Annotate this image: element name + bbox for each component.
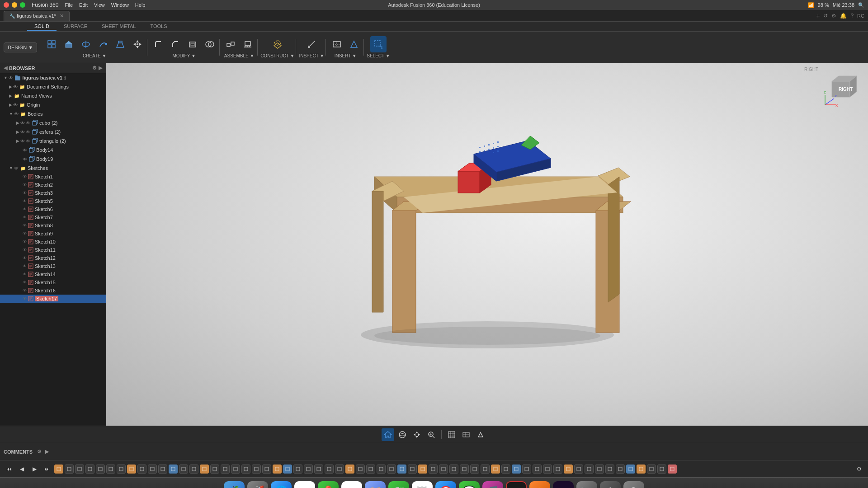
move-btn[interactable] — [129, 36, 146, 52]
dock-itunes[interactable]: 🎵 — [482, 481, 503, 488]
timeline-item-43[interactable] — [501, 465, 510, 474]
timeline-item-45[interactable] — [522, 465, 531, 474]
timeline-item-34[interactable] — [408, 465, 417, 474]
viewport[interactable]: RIGHT X Z Y RIGHT — [106, 63, 868, 426]
root-info-icon[interactable]: ℹ — [64, 75, 66, 80]
sketch6-eye-icon[interactable]: 👁 — [23, 207, 27, 211]
dock-maps[interactable]: 📍 — [318, 481, 339, 488]
timeline-play-btn[interactable]: ▶ — [29, 464, 40, 474]
dock-finder[interactable]: 🍎 — [224, 481, 245, 488]
bodies-eye-icon[interactable]: 👁 — [14, 112, 19, 117]
maximize-button[interactable] — [20, 2, 25, 8]
timeline-item-44[interactable] — [512, 465, 521, 474]
timeline-item-30[interactable] — [366, 465, 375, 474]
timeline-item-18[interactable] — [241, 465, 250, 474]
display-settings-btn[interactable] — [460, 428, 472, 441]
view-cube[interactable]: RIGHT X Z Y — [823, 72, 859, 108]
cubo-expand-icon[interactable]: ▶ — [16, 121, 19, 125]
timeline-item-10[interactable] — [158, 465, 167, 474]
joint-btn[interactable] — [222, 36, 239, 52]
timeline-item-24[interactable] — [304, 465, 313, 474]
timeline-item-37[interactable] — [439, 465, 448, 474]
timeline-start-btn[interactable]: ⏮ — [4, 464, 14, 474]
dock-launchpad[interactable]: 🚀 — [247, 481, 268, 488]
tab-tools[interactable]: TOOLS — [143, 23, 174, 31]
inspect-label[interactable]: INSPECT ▼ — [299, 53, 324, 58]
esfera-expand-icon[interactable]: ▶ — [16, 130, 19, 134]
timeline-item-29[interactable] — [356, 465, 365, 474]
timeline-item-7[interactable] — [127, 465, 136, 474]
document-tab[interactable]: 🔧 figuras basica v1* ✕ — [4, 11, 70, 21]
timeline-item-50[interactable] — [574, 465, 583, 474]
create-label[interactable]: CREATE ▼ — [83, 53, 107, 58]
file-menu[interactable]: File — [65, 2, 73, 8]
tree-esfera[interactable]: ▶ 👁 👁 esfera (2) — [0, 127, 106, 136]
sketch16-eye-icon[interactable]: 👁 — [23, 288, 27, 293]
tree-origin[interactable]: ▶ 👁 📁 Origin — [0, 100, 106, 109]
tab-actions[interactable]: + ↺ ⚙ 🔔 ? RC — [816, 12, 864, 19]
timeline-item-15[interactable] — [210, 465, 219, 474]
window-controls[interactable]: Fusion 360 File Edit View Window Help — [4, 2, 145, 8]
measure-btn[interactable] — [303, 36, 320, 52]
timeline-item-8[interactable] — [137, 465, 146, 474]
timeline-item-36[interactable] — [429, 465, 438, 474]
body14-eye-icon[interactable]: 👁 — [23, 148, 27, 153]
dock-fusion360[interactable]: 🔶 — [529, 481, 550, 488]
sketch17-eye-icon[interactable]: 👁 — [23, 296, 27, 301]
tree-root[interactable]: ▼ 👁 figuras basica v1 ℹ — [0, 73, 106, 82]
timeline-item-25[interactable] — [314, 465, 323, 474]
tree-triangulo[interactable]: ▶ 👁 👁 triangulo (2) — [0, 136, 106, 145]
dock-files[interactable]: 📁 — [365, 481, 386, 488]
pan-btn[interactable] — [410, 428, 423, 441]
timeline-item-3[interactable] — [85, 465, 94, 474]
new-component-btn[interactable] — [43, 36, 60, 52]
tree-sketch16[interactable]: 👁 Sketch16 — [0, 286, 106, 295]
tree-sketch12[interactable]: 👁 Sketch12 — [0, 254, 106, 262]
tree-bodies[interactable]: ▼ 👁 📁 Bodies — [0, 109, 106, 118]
edit-menu[interactable]: Edit — [79, 2, 88, 8]
timeline-item-0[interactable] — [54, 465, 63, 474]
timeline-item-23[interactable] — [293, 465, 302, 474]
browser-collapse-icon[interactable]: ◀ — [4, 65, 7, 71]
ds-expand-icon[interactable]: ▶ — [9, 84, 12, 89]
sketch10-eye-icon[interactable]: 👁 — [23, 239, 27, 244]
tree-sketch5[interactable]: 👁 Sketch5 — [0, 197, 106, 205]
sketch11-eye-icon[interactable]: 👁 — [23, 248, 27, 252]
loft-btn[interactable] — [112, 36, 128, 52]
construct-label[interactable]: CONSTRUCT ▼ — [260, 53, 294, 58]
browser-expand-icon[interactable]: ▶ — [99, 65, 102, 71]
timeline-item-40[interactable] — [470, 465, 479, 474]
timeline-item-14[interactable] — [200, 465, 209, 474]
timeline-item-5[interactable] — [106, 465, 115, 474]
timeline-item-55[interactable] — [626, 465, 635, 474]
bodies-expand-icon[interactable]: ▼ — [9, 112, 13, 116]
timeline-item-49[interactable] — [564, 465, 573, 474]
timeline-item-48[interactable] — [553, 465, 562, 474]
tri-expand-icon[interactable]: ▶ — [16, 139, 19, 143]
sketch2-eye-icon[interactable]: 👁 — [23, 183, 27, 187]
sketch5-eye-icon[interactable]: 👁 — [23, 199, 27, 203]
insert-label[interactable]: INSERT ▼ — [335, 53, 357, 58]
timeline-item-38[interactable] — [449, 465, 458, 474]
grid-display-btn[interactable] — [445, 428, 458, 441]
timeline-item-2[interactable] — [75, 465, 84, 474]
dock-appstore[interactable]: 🎯 — [435, 481, 456, 488]
modify-label[interactable]: MODIFY ▼ — [172, 53, 195, 58]
offset-plane-btn[interactable] — [269, 36, 286, 52]
insert-canvas-btn[interactable] — [329, 36, 345, 52]
help-menu[interactable]: Help — [135, 2, 146, 8]
cubo-eye-icon[interactable]: 👁 — [20, 121, 25, 126]
timeline-item-54[interactable] — [616, 465, 625, 474]
timeline-item-17[interactable] — [231, 465, 240, 474]
sweep-btn[interactable] — [95, 36, 111, 52]
timeline-item-22[interactable] — [283, 465, 292, 474]
timeline-item-16[interactable] — [221, 465, 230, 474]
timeline-item-20[interactable] — [262, 465, 271, 474]
tab-surface[interactable]: SURFACE — [57, 23, 94, 31]
dock-capture[interactable]: 📷 — [576, 481, 597, 488]
extrude-btn[interactable] — [61, 36, 77, 52]
zoom-btn[interactable] — [425, 428, 438, 441]
tree-sketch15[interactable]: 👁 Sketch15 — [0, 278, 106, 286]
sketch3-eye-icon[interactable]: 👁 — [23, 191, 27, 195]
ground-btn[interactable] — [240, 36, 256, 52]
